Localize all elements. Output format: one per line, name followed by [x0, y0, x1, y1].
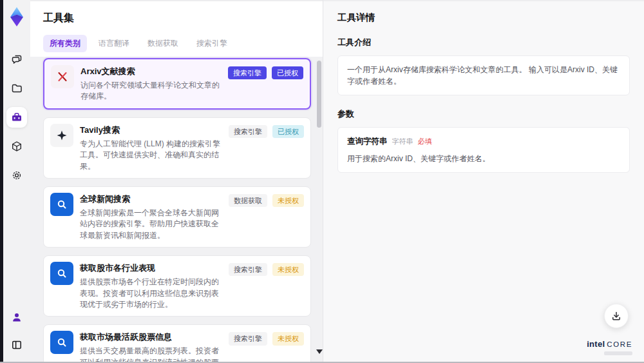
category-tab[interactable]: 所有类别	[43, 35, 87, 52]
tool-list-panel: 工具集 所有类别 语言翻译 数据获取 搜索引擎	[30, 1, 323, 363]
intel-wordmark: intel	[587, 339, 605, 349]
sidebar-item-packages[interactable]	[6, 136, 27, 157]
tool-name: Arxiv文献搜索	[80, 66, 222, 77]
folder-icon	[11, 83, 23, 94]
tool-description: 专为人工智能代理 (LLM) 构建的搜索引擎工具。可快速提供实时、准确和真实的结…	[80, 139, 222, 172]
category-badge: 搜索引擎	[229, 332, 267, 345]
category-tab[interactable]: 搜索引擎	[190, 35, 234, 52]
sidebar-item-chat[interactable]	[6, 49, 27, 70]
sidebar	[3, 0, 30, 363]
intro-heading: 工具介绍	[337, 37, 630, 48]
auth-status-badge: 未授权	[272, 332, 304, 345]
category-badge: 搜索引擎	[229, 125, 267, 138]
package-icon	[11, 141, 23, 152]
user-icon	[11, 311, 23, 323]
scrollbar-thumb[interactable]	[317, 61, 321, 128]
tool-name: 获取市场最活跃股票信息	[80, 331, 222, 343]
tool-description: 提供当天交易量最高的股票列表。投资者可以利用这些信息来识别流动性强的股票和潜在的…	[80, 346, 222, 363]
page-title: 工具集	[43, 12, 311, 25]
tool-description: 全球新闻搜索是一个聚合全球各大新闻网站内容的搜索引擎。帮助用户快速获取全球最新资…	[80, 208, 222, 241]
param-name: 查询字符串	[347, 135, 388, 148]
news-search-icon	[56, 268, 68, 279]
tool-card[interactable]: Tavily搜索 专为人工智能代理 (LLM) 构建的搜索引擎工具。可快速提供实…	[43, 117, 311, 179]
intel-logo-subtext	[604, 351, 632, 355]
tool-name: 获取股市各行业表现	[80, 262, 222, 274]
category-tab[interactable]: 数据获取	[141, 35, 185, 52]
toolbox-icon	[11, 112, 23, 123]
sidebar-nav	[6, 49, 27, 186]
param-required-badge: 必填	[418, 136, 432, 147]
download-button[interactable]	[604, 304, 629, 328]
tool-card[interactable]: Arxiv文献搜索 访问各个研究领域大量科学论文和文章的存储库。 搜索引擎 已授…	[43, 58, 311, 110]
auth-status-badge: 未授权	[272, 194, 304, 207]
list-header: 工具集 所有类别 语言翻译 数据获取 搜索引擎	[30, 1, 323, 58]
category-tab[interactable]: 语言翻译	[92, 35, 136, 52]
tool-card[interactable]: 全球新闻搜索 全球新闻搜索是一个聚合全球各大新闻网站内容的搜索引擎。帮助用户快速…	[43, 186, 311, 248]
category-badge: 数据获取	[229, 194, 267, 207]
param-description: 用于搜索的Arxiv ID、关键字或作者姓名。	[347, 153, 620, 164]
arxiv-icon	[57, 71, 68, 83]
sidebar-item-collapse[interactable]	[6, 335, 27, 355]
gear-icon	[11, 170, 23, 181]
chat-icon	[11, 54, 23, 65]
intel-core-logo: intelCORE	[587, 338, 632, 355]
tool-name: 全球新闻搜索	[80, 193, 222, 205]
scrollbar[interactable]	[317, 58, 321, 357]
sidebar-item-toolset[interactable]	[6, 107, 27, 128]
panel-toggle-icon	[11, 339, 23, 351]
app-window: 工具集 所有类别 语言翻译 数据获取 搜索引擎	[0, 0, 644, 363]
sidebar-item-files[interactable]	[6, 78, 27, 99]
sidebar-item-settings[interactable]	[6, 165, 27, 186]
sidebar-bottom	[6, 307, 27, 355]
tavily-star-icon	[56, 130, 68, 141]
tabs: 所有类别 语言翻译 数据获取 搜索引擎	[43, 35, 311, 58]
auth-status-badge: 未授权	[272, 263, 304, 276]
tool-name: Tavily搜索	[80, 124, 222, 136]
params-heading: 参数	[337, 108, 630, 120]
news-search-icon	[56, 199, 68, 210]
tool-description: 访问各个研究领域大量科学论文和文章的存储库。	[80, 80, 222, 103]
tool-card[interactable]: 获取市场最活跃股票信息 提供当天交易量最高的股票列表。投资者可以利用这些信息来识…	[43, 324, 311, 363]
tool-description: 提供股票市场各个行业在特定时间段内的表现。投资者可以利用这些信息来识别表现优于或…	[80, 277, 222, 310]
category-badge: 搜索引擎	[229, 263, 267, 276]
tool-card[interactable]: 获取股市各行业表现 提供股票市场各个行业在特定时间段内的表现。投资者可以利用这些…	[43, 255, 311, 317]
intro-text: 一个用于从Arxiv存储库搜索科学论文和文章的工具。 输入可以是Arxiv ID…	[347, 65, 618, 86]
auth-status-badge: 已授权	[272, 66, 303, 79]
intro-box: 一个用于从Arxiv存储库搜索科学论文和文章的工具。 输入可以是Arxiv ID…	[337, 55, 630, 95]
category-badge: 搜索引擎	[228, 66, 267, 79]
app-logo-icon	[8, 6, 26, 27]
scroll-down-arrow-icon[interactable]	[316, 349, 323, 354]
tool-list: Arxiv文献搜索 访问各个研究领域大量科学论文和文章的存储库。 搜索引擎 已授…	[30, 57, 323, 363]
param-type: 字符串	[392, 136, 413, 147]
auth-status-badge: 已授权	[272, 125, 304, 138]
param-box: 查询字符串 字符串 必填 用于搜索的Arxiv ID、关键字或作者姓名。	[337, 127, 630, 173]
tool-detail-panel: 工具详情 工具介绍 一个用于从Arxiv存储库搜索科学论文和文章的工具。 输入可…	[323, 1, 644, 363]
detail-title: 工具详情	[337, 12, 630, 24]
core-wordmark: CORE	[607, 340, 632, 348]
sidebar-item-account[interactable]	[6, 307, 27, 328]
news-search-icon	[56, 337, 68, 348]
param-header: 查询字符串 字符串 必填	[347, 135, 620, 148]
download-icon	[611, 311, 621, 321]
